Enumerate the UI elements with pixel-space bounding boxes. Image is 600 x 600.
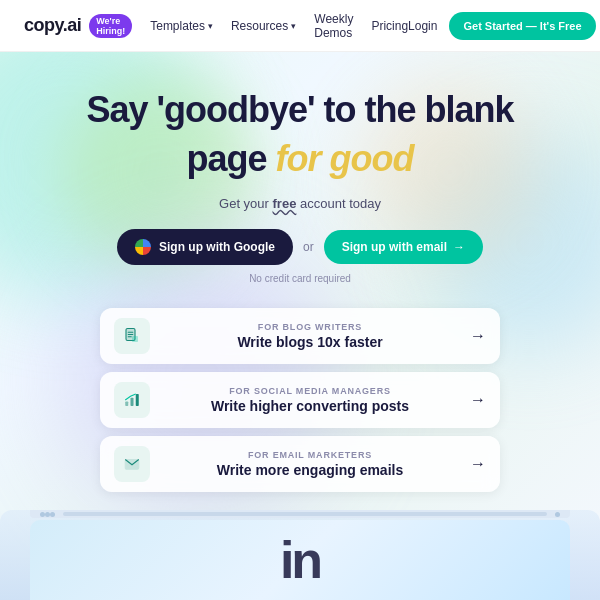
hero-section: Say 'goodbye' to the blank page for good…	[0, 52, 600, 600]
feature-label-blogs: FOR BLOG WRITERS	[162, 322, 458, 332]
hiring-badge[interactable]: We're Hiring!	[89, 14, 132, 38]
preview-dot-4	[555, 512, 560, 517]
arrow-icon-social: →	[470, 391, 486, 409]
feature-title-social: Write higher converting posts	[162, 398, 458, 414]
signup-email-button[interactable]: Sign up with email →	[324, 230, 483, 264]
arrow-icon-email: →	[470, 455, 486, 473]
feature-card-social[interactable]: FOR SOCIAL MEDIA MANAGERS Write higher c…	[100, 372, 500, 428]
chart-icon	[123, 391, 141, 409]
nav-resources[interactable]: Resources▾	[231, 19, 296, 33]
hero-subtitle: Get your free account today	[40, 196, 560, 211]
logo[interactable]: copy.ai	[24, 15, 81, 36]
for-good-text: for good	[276, 138, 414, 179]
feature-text-social: FOR SOCIAL MEDIA MANAGERS Write higher c…	[162, 386, 458, 414]
nav-links: Templates▾ Resources▾ Weekly Demos Prici…	[150, 12, 408, 40]
blog-icon-box	[114, 318, 150, 354]
nav-templates[interactable]: Templates▾	[150, 19, 213, 33]
preview-text: in	[280, 534, 320, 586]
feature-cards: FOR BLOG WRITERS Write blogs 10x faster …	[40, 308, 560, 492]
feature-card-blogs[interactable]: FOR BLOG WRITERS Write blogs 10x faster …	[100, 308, 500, 364]
hero-title-line1: Say 'goodbye' to the blank	[40, 88, 560, 131]
preview-content: in	[30, 520, 570, 600]
bottom-preview: in	[0, 510, 600, 600]
navbar: copy.ai We're Hiring! Templates▾ Resourc…	[0, 0, 600, 52]
get-started-button[interactable]: Get Started — It's Free	[449, 12, 595, 40]
nav-actions: Login Get Started — It's Free	[408, 12, 596, 40]
or-text: or	[303, 240, 314, 254]
mail-icon	[123, 455, 141, 473]
feature-text-email: FOR EMAIL MARKETERS Write more engaging …	[162, 450, 458, 478]
no-credit-card-text: No credit card required	[40, 273, 560, 284]
document-icon	[123, 327, 141, 345]
feature-title-blogs: Write blogs 10x faster	[162, 334, 458, 350]
feature-text-blogs: FOR BLOG WRITERS Write blogs 10x faster	[162, 322, 458, 350]
feature-title-email: Write more engaging emails	[162, 462, 458, 478]
google-icon	[135, 239, 151, 255]
svg-rect-8	[136, 394, 139, 406]
feature-card-email[interactable]: FOR EMAIL MARKETERS Write more engaging …	[100, 436, 500, 492]
nav-pricing[interactable]: Pricing	[371, 19, 408, 33]
preview-bar	[30, 510, 570, 518]
preview-dot-3	[50, 512, 55, 517]
svg-rect-6	[125, 402, 128, 407]
login-link[interactable]: Login	[408, 19, 437, 33]
email-icon-box	[114, 446, 150, 482]
hero-title-line2: page for good	[40, 137, 560, 180]
preview-url-bar	[63, 512, 547, 516]
social-icon-box	[114, 382, 150, 418]
svg-rect-5	[132, 336, 138, 342]
feature-label-email: FOR EMAIL MARKETERS	[162, 450, 458, 460]
feature-label-social: FOR SOCIAL MEDIA MANAGERS	[162, 386, 458, 396]
nav-weekly-demos[interactable]: Weekly Demos	[314, 12, 353, 40]
arrow-icon-blogs: →	[470, 327, 486, 345]
signup-row: Sign up with Google or Sign up with emai…	[40, 229, 560, 265]
svg-rect-7	[131, 398, 134, 406]
signup-google-button[interactable]: Sign up with Google	[117, 229, 293, 265]
hero-content: Say 'goodbye' to the blank page for good…	[0, 52, 600, 492]
